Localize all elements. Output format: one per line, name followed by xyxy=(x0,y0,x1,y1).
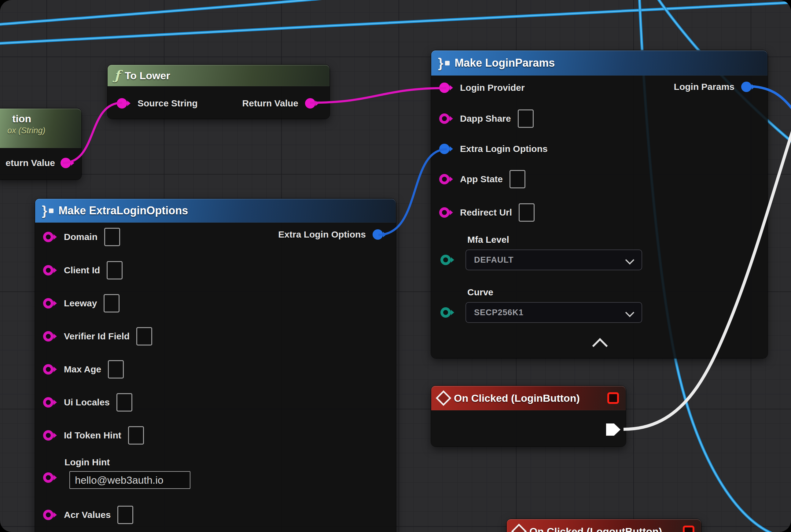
wire-extra-login-options[interactable] xyxy=(379,149,447,235)
wire-return-value-to-source-string[interactable] xyxy=(63,103,122,163)
wire-to-lower-to-login-provider[interactable] xyxy=(310,88,446,103)
wires-over-layer xyxy=(0,0,791,532)
blueprint-graph-canvas[interactable]: tion ox (String) eturn Value ƒ To Lower … xyxy=(0,0,791,532)
wire-exec-white[interactable] xyxy=(623,130,791,429)
wire-login-params-out[interactable] xyxy=(746,86,791,110)
